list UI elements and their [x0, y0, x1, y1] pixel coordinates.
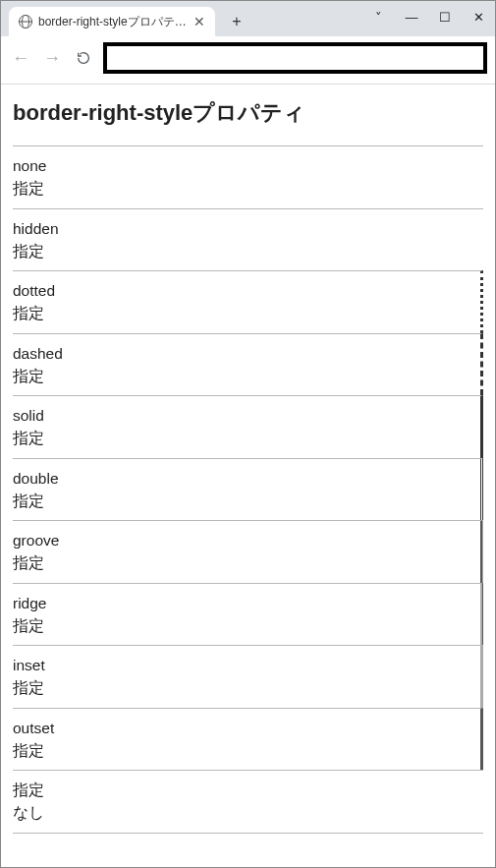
tab-title: border-right-styleプロパティサン [38, 14, 188, 30]
example-line1: hidden [13, 217, 483, 240]
example-line1: double [13, 467, 480, 490]
example-block: dotted指定 [13, 270, 483, 333]
browser-chrome: border-right-styleプロパティサン ✕ + ˅ — ☐ ✕ ← … [1, 1, 495, 85]
example-line1: groove [13, 529, 480, 551]
tab-close-button[interactable]: ✕ [193, 14, 205, 29]
example-block: 指定なし [13, 770, 483, 834]
reload-icon [76, 50, 91, 66]
example-line2: 指定 [13, 365, 480, 387]
back-button[interactable]: ← [9, 46, 32, 70]
toolbar: ← → [1, 36, 495, 85]
reload-button[interactable] [72, 46, 95, 70]
new-tab-button[interactable]: + [223, 8, 250, 35]
example-line2: 指定 [13, 490, 480, 512]
example-line1: outset [13, 717, 480, 739]
titlebar: border-right-styleプロパティサン ✕ + ˅ — ☐ ✕ [1, 1, 495, 36]
close-window-button[interactable]: ✕ [462, 3, 495, 30]
example-line2: 指定 [13, 551, 480, 574]
example-block: inset指定 [13, 645, 483, 708]
example-line2: 指定 [13, 614, 480, 637]
window-controls: ˅ — ☐ ✕ [361, 1, 495, 32]
url-input[interactable] [107, 46, 483, 70]
example-line1: inset [13, 654, 480, 676]
page-title: border-right-styleプロパティ [13, 98, 483, 128]
example-line2: 指定 [13, 177, 483, 200]
example-line1: ridge [13, 592, 480, 614]
example-line2: なし [13, 801, 483, 824]
page-content: border-right-styleプロパティ none指定hidden指定do… [1, 85, 495, 867]
example-line2: 指定 [13, 739, 480, 762]
example-block: hidden指定 [13, 208, 483, 271]
example-block: none指定 [13, 145, 483, 208]
example-block: double指定 [13, 458, 483, 521]
example-line2: 指定 [13, 302, 480, 324]
example-block: ridge指定 [13, 583, 483, 646]
example-line1: dotted [13, 279, 480, 302]
maximize-button[interactable]: ☐ [428, 3, 462, 30]
example-line1: solid [13, 404, 480, 427]
example-block: dashed指定 [13, 333, 483, 396]
chevron-down-icon[interactable]: ˅ [361, 3, 395, 30]
forward-button[interactable]: → [40, 46, 64, 70]
address-bar[interactable] [103, 42, 487, 74]
example-line1: none [13, 154, 483, 177]
example-line2: 指定 [13, 240, 483, 262]
examples-list: none指定hidden指定dotted指定dashed指定solid指定dou… [13, 145, 483, 834]
example-block: solid指定 [13, 395, 483, 458]
example-block: groove指定 [13, 520, 483, 583]
globe-icon [19, 15, 32, 29]
example-line1: 指定 [13, 779, 483, 801]
example-line1: dashed [13, 342, 480, 365]
example-block: outset指定 [13, 708, 483, 771]
example-line2: 指定 [13, 427, 480, 449]
browser-tab[interactable]: border-right-styleプロパティサン ✕ [9, 7, 215, 36]
example-line2: 指定 [13, 676, 480, 699]
minimize-button[interactable]: — [395, 3, 428, 30]
